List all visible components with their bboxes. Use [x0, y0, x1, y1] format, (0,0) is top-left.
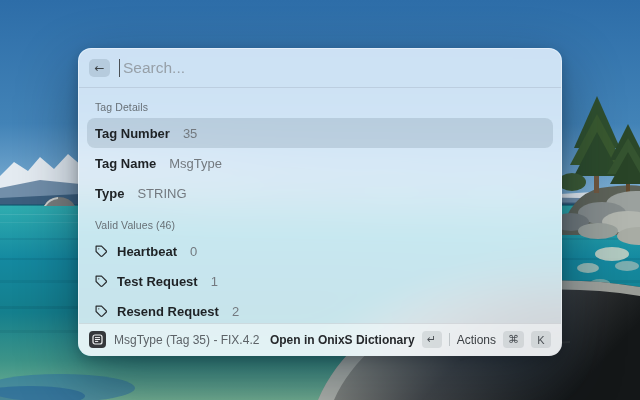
row-label: Tag Number — [95, 126, 170, 141]
open-in-dictionary-button[interactable]: Open in OnixS Dictionary — [270, 333, 415, 347]
actions-button[interactable]: Actions — [457, 333, 496, 347]
footer-actions: Open in OnixS Dictionary ↵ Actions ⌘ K — [270, 331, 551, 348]
section-header-tag-details: Tag Details — [87, 95, 553, 118]
text-caret — [119, 59, 120, 77]
row-value: 0 — [190, 244, 197, 259]
row-value: 1 — [211, 274, 218, 289]
row-label: Resend Request — [117, 304, 219, 319]
k-key[interactable]: K — [531, 331, 551, 348]
row-tag-number[interactable]: Tag Number 35 — [87, 118, 553, 148]
onixs-extension-icon — [89, 331, 106, 348]
back-arrow-icon: ← — [94, 62, 104, 74]
row-test-request[interactable]: Test Request 1 — [87, 266, 553, 296]
back-button[interactable]: ← — [89, 59, 110, 77]
row-tag-name[interactable]: Tag Name MsgType — [87, 148, 553, 178]
row-label: Tag Name — [95, 156, 156, 171]
row-label: Heartbeat — [117, 244, 177, 259]
row-heartbeat[interactable]: Heartbeat 0 — [87, 236, 553, 266]
command-key[interactable]: ⌘ — [503, 331, 524, 348]
search-input[interactable]: Search... — [119, 59, 551, 77]
row-value: STRING — [137, 186, 186, 201]
results-list: Tag Details Tag Number 35 Tag Name MsgTy… — [79, 88, 561, 323]
row-value: MsgType — [169, 156, 222, 171]
tag-icon — [95, 275, 108, 288]
return-key[interactable]: ↵ — [422, 331, 442, 348]
row-type[interactable]: Type STRING — [87, 178, 553, 208]
search-bar: ← Search... — [79, 49, 561, 88]
footer-divider — [449, 333, 450, 346]
launcher-window: ← Search... Tag Details Tag Number 35 Ta… — [78, 48, 562, 356]
row-label: Test Request — [117, 274, 198, 289]
row-resend-request[interactable]: Resend Request 2 — [87, 296, 553, 323]
row-value: 35 — [183, 126, 197, 141]
tag-icon — [95, 245, 108, 258]
section-header-valid-values: Valid Values (46) — [87, 208, 553, 236]
row-label: Type — [95, 186, 124, 201]
tag-icon — [95, 305, 108, 318]
desktop: ← Search... Tag Details Tag Number 35 Ta… — [0, 0, 640, 400]
row-value: 2 — [232, 304, 239, 319]
footer-bar: MsgType (Tag 35) - FIX.4.2 Open in OnixS… — [79, 323, 561, 355]
search-placeholder: Search... — [123, 59, 185, 77]
footer-context: MsgType (Tag 35) - FIX.4.2 — [114, 333, 259, 347]
